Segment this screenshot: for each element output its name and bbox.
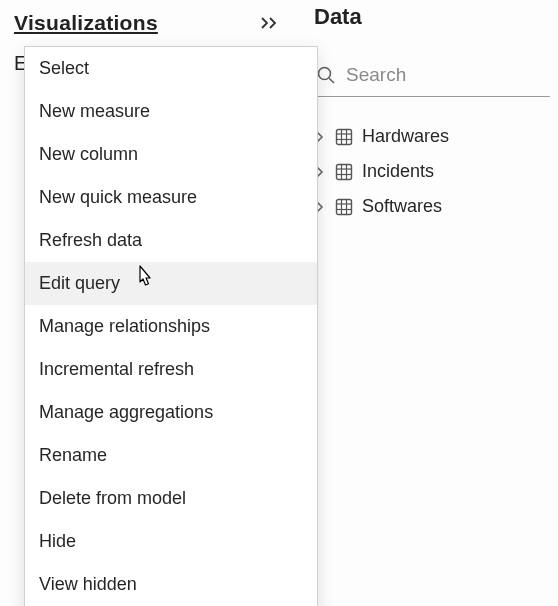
menu-item-incremental-refresh[interactable]: Incremental refresh (25, 348, 317, 391)
table-icon (334, 127, 354, 147)
table-item-hardwares[interactable]: Hardwares (314, 119, 554, 154)
search-input[interactable] (346, 64, 550, 86)
svg-rect-12 (337, 199, 352, 214)
table-label: Hardwares (362, 126, 449, 147)
menu-item-label: Rename (39, 445, 107, 465)
menu-item-rename[interactable]: Rename (25, 434, 317, 477)
menu-item-edit-query[interactable]: Edit query (25, 262, 317, 305)
menu-item-delete-from-model[interactable]: Delete from model (25, 477, 317, 520)
tables-tree: Hardwares Incidents (314, 97, 554, 224)
menu-item-label: Manage relationships (39, 316, 210, 336)
menu-item-label: Select (39, 58, 89, 78)
visualizations-title: Visualizations (14, 11, 158, 35)
table-item-softwares[interactable]: Softwares (314, 189, 554, 224)
data-title: Data (314, 4, 554, 56)
menu-item-label: Delete from model (39, 488, 186, 508)
table-item-incidents[interactable]: Incidents (314, 154, 554, 189)
menu-item-select[interactable]: Select (25, 47, 317, 90)
svg-point-0 (319, 68, 331, 80)
menu-item-manage-relationships[interactable]: Manage relationships (25, 305, 317, 348)
menu-item-refresh-data[interactable]: Refresh data (25, 219, 317, 262)
svg-line-1 (329, 78, 334, 83)
menu-item-label: New column (39, 144, 138, 164)
menu-item-new-quick-measure[interactable]: New quick measure (25, 176, 317, 219)
table-icon (334, 162, 354, 182)
menu-item-new-measure[interactable]: New measure (25, 90, 317, 133)
menu-item-label: Manage aggregations (39, 402, 213, 422)
svg-rect-7 (337, 164, 352, 179)
menu-item-manage-aggregations[interactable]: Manage aggregations (25, 391, 317, 434)
collapse-pane-button[interactable] (260, 16, 286, 30)
menu-item-new-column[interactable]: New column (25, 133, 317, 176)
menu-item-view-hidden[interactable]: View hidden (25, 563, 317, 606)
menu-item-label: Refresh data (39, 230, 142, 250)
menu-item-label: New quick measure (39, 187, 197, 207)
search-row[interactable] (314, 56, 550, 97)
svg-rect-2 (337, 129, 352, 144)
data-pane: Data (300, 0, 558, 606)
context-menu: Select New measure New column New quick … (24, 46, 318, 606)
table-icon (334, 197, 354, 217)
menu-item-hide[interactable]: Hide (25, 520, 317, 563)
menu-item-label: New measure (39, 101, 150, 121)
table-label: Incidents (362, 161, 434, 182)
visualizations-pane: Visualizations E Select New measure New … (0, 0, 300, 606)
menu-item-label: Incremental refresh (39, 359, 194, 379)
menu-item-label: View hidden (39, 574, 137, 594)
menu-item-label: Edit query (39, 273, 120, 293)
visualizations-header: Visualizations (0, 0, 300, 42)
menu-item-label: Hide (39, 531, 76, 551)
table-label: Softwares (362, 196, 442, 217)
search-icon (316, 65, 336, 85)
